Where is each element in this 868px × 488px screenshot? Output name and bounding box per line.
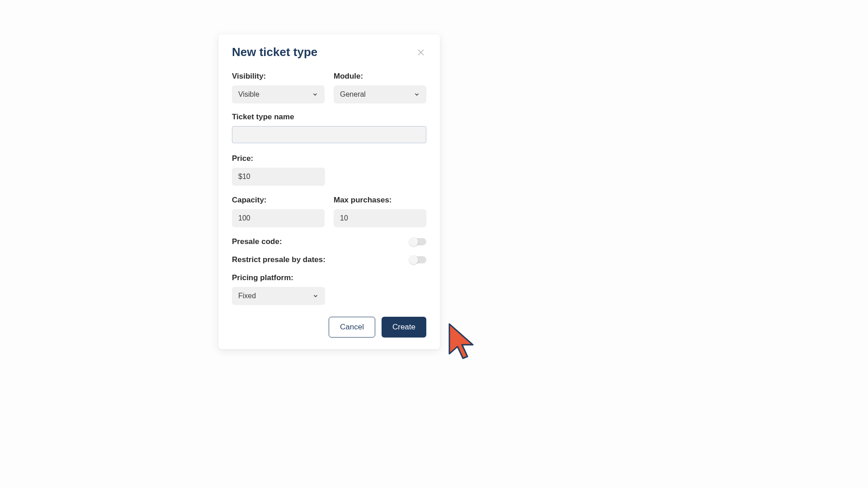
price-input[interactable]: $10 <box>232 168 325 186</box>
price-field-group: Price: $10 <box>232 154 426 186</box>
modal-actions: Cancel Create <box>232 317 426 338</box>
presale-code-row: Presale code: <box>232 237 426 246</box>
price-label: Price: <box>232 154 426 163</box>
module-field-group: Module: General <box>334 72 426 103</box>
max-purchases-value: 10 <box>340 214 348 222</box>
presale-code-label: Presale code: <box>232 237 282 246</box>
max-purchases-field-group: Max purchases: 10 <box>334 196 426 227</box>
visibility-value: Visible <box>238 90 312 99</box>
visibility-label: Visibility: <box>232 72 325 81</box>
module-value: General <box>340 90 414 99</box>
ticket-name-input[interactable] <box>232 126 426 143</box>
pricing-platform-value: Fixed <box>238 292 312 300</box>
ticket-name-label: Ticket type name <box>232 113 426 122</box>
ticket-name-field-group: Ticket type name <box>232 113 426 143</box>
cursor-pointer-icon <box>448 322 475 363</box>
visibility-field-group: Visibility: Visible <box>232 72 325 103</box>
module-label: Module: <box>334 72 426 81</box>
capacity-label: Capacity: <box>232 196 325 205</box>
pricing-platform-label: Pricing platform: <box>232 273 426 282</box>
module-select[interactable]: General <box>334 85 426 103</box>
cancel-button[interactable]: Cancel <box>329 317 375 338</box>
visibility-select[interactable]: Visible <box>232 85 325 103</box>
pricing-platform-field-group: Pricing platform: Fixed <box>232 273 426 305</box>
capacity-input[interactable]: 100 <box>232 209 325 227</box>
modal-header: New ticket type <box>232 45 426 59</box>
toggle-knob <box>409 237 418 246</box>
capacity-value: 100 <box>238 214 250 222</box>
restrict-presale-row: Restrict presale by dates: <box>232 255 426 264</box>
price-value: $10 <box>238 173 250 181</box>
new-ticket-type-modal: New ticket type Visibility: Visible Modu… <box>218 34 440 349</box>
close-icon <box>417 48 425 56</box>
create-button[interactable]: Create <box>382 317 426 338</box>
toggle-knob <box>409 255 418 264</box>
close-button[interactable] <box>415 47 426 58</box>
pricing-platform-select[interactable]: Fixed <box>232 287 325 305</box>
restrict-presale-toggle[interactable] <box>410 256 426 263</box>
max-purchases-label: Max purchases: <box>334 196 426 205</box>
chevron-down-icon <box>414 91 420 98</box>
chevron-down-icon <box>312 91 318 98</box>
modal-title: New ticket type <box>232 45 317 59</box>
chevron-down-icon <box>312 293 319 299</box>
presale-code-toggle[interactable] <box>410 238 426 245</box>
capacity-field-group: Capacity: 100 <box>232 196 325 227</box>
restrict-presale-label: Restrict presale by dates: <box>232 255 326 264</box>
max-purchases-input[interactable]: 10 <box>334 209 426 227</box>
